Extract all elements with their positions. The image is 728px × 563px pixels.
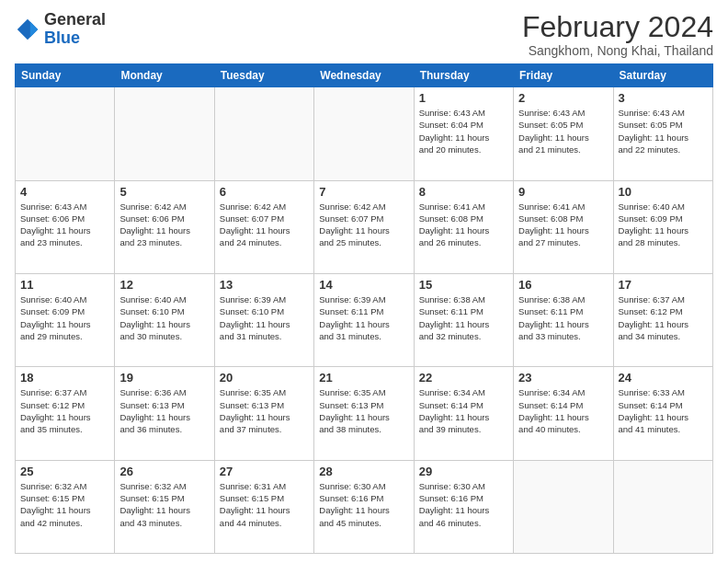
calendar-cell: 27Sunrise: 6:31 AM Sunset: 6:15 PM Dayli…: [214, 460, 313, 553]
calendar-cell: 14Sunrise: 6:39 AM Sunset: 6:11 PM Dayli…: [314, 273, 414, 366]
day-info: Sunrise: 6:39 AM Sunset: 6:11 PM Dayligh…: [319, 293, 408, 342]
day-number: 1: [419, 91, 508, 105]
day-info: Sunrise: 6:41 AM Sunset: 6:08 PM Dayligh…: [419, 201, 508, 249]
calendar-cell: [613, 460, 712, 553]
header-row: Sunday Monday Tuesday Wednesday Thursday…: [16, 64, 713, 87]
logo-text: General Blue: [44, 11, 106, 48]
day-info: Sunrise: 6:35 AM Sunset: 6:13 PM Dayligh…: [220, 386, 309, 435]
calendar-cell: 10Sunrise: 6:40 AM Sunset: 6:09 PM Dayli…: [613, 180, 712, 273]
day-info: Sunrise: 6:38 AM Sunset: 6:11 PM Dayligh…: [419, 293, 508, 342]
day-number: 5: [119, 185, 209, 199]
day-number: 20: [220, 371, 309, 385]
day-info: Sunrise: 6:34 AM Sunset: 6:14 PM Dayligh…: [419, 386, 508, 435]
calendar-cell: 1Sunrise: 6:43 AM Sunset: 6:04 PM Daylig…: [414, 87, 513, 180]
day-info: Sunrise: 6:37 AM Sunset: 6:12 PM Dayligh…: [20, 386, 109, 435]
calendar-cell: 23Sunrise: 6:34 AM Sunset: 6:14 PM Dayli…: [514, 367, 613, 460]
day-info: Sunrise: 6:32 AM Sunset: 6:15 PM Dayligh…: [20, 480, 109, 529]
day-info: Sunrise: 6:30 AM Sunset: 6:16 PM Dayligh…: [319, 480, 408, 529]
day-info: Sunrise: 6:37 AM Sunset: 6:12 PM Dayligh…: [619, 293, 708, 342]
calendar-cell: 28Sunrise: 6:30 AM Sunset: 6:16 PM Dayli…: [314, 460, 414, 553]
day-number: 22: [419, 371, 508, 385]
calendar-cell: 2Sunrise: 6:43 AM Sunset: 6:05 PM Daylig…: [514, 87, 613, 180]
day-info: Sunrise: 6:43 AM Sunset: 6:06 PM Dayligh…: [20, 201, 109, 249]
calendar-cell: 9Sunrise: 6:41 AM Sunset: 6:08 PM Daylig…: [514, 180, 613, 273]
day-number: 12: [119, 278, 209, 292]
col-sunday: Sunday: [16, 64, 115, 87]
day-number: 15: [419, 278, 508, 292]
day-number: 16: [518, 278, 608, 292]
logo-icon: [15, 17, 40, 42]
day-number: 26: [119, 465, 209, 478]
day-info: Sunrise: 6:36 AM Sunset: 6:13 PM Dayligh…: [119, 386, 209, 435]
day-number: 17: [619, 278, 708, 292]
day-info: Sunrise: 6:33 AM Sunset: 6:14 PM Dayligh…: [619, 386, 708, 435]
logo: General Blue: [15, 11, 106, 48]
day-info: Sunrise: 6:43 AM Sunset: 6:04 PM Dayligh…: [419, 107, 508, 155]
day-number: 24: [619, 371, 708, 385]
calendar-cell: 24Sunrise: 6:33 AM Sunset: 6:14 PM Dayli…: [613, 367, 712, 460]
col-monday: Monday: [115, 64, 214, 87]
calendar-cell: 8Sunrise: 6:41 AM Sunset: 6:08 PM Daylig…: [414, 180, 513, 273]
calendar-cell: [16, 87, 115, 180]
day-info: Sunrise: 6:39 AM Sunset: 6:10 PM Dayligh…: [220, 293, 309, 342]
day-info: Sunrise: 6:41 AM Sunset: 6:08 PM Dayligh…: [518, 201, 608, 249]
day-info: Sunrise: 6:42 AM Sunset: 6:07 PM Dayligh…: [220, 201, 309, 249]
day-number: 8: [419, 185, 508, 199]
day-number: 21: [319, 371, 408, 385]
calendar-cell: [314, 87, 414, 180]
day-info: Sunrise: 6:32 AM Sunset: 6:15 PM Dayligh…: [119, 480, 209, 529]
calendar-cell: 18Sunrise: 6:37 AM Sunset: 6:12 PM Dayli…: [16, 367, 115, 460]
day-info: Sunrise: 6:34 AM Sunset: 6:14 PM Dayligh…: [518, 386, 608, 435]
title-area: February 2024 Sangkhom, Nong Khai, Thail…: [522, 11, 713, 58]
col-wednesday: Wednesday: [314, 64, 414, 87]
day-number: 25: [20, 465, 109, 478]
calendar-cell: [214, 87, 313, 180]
col-friday: Friday: [514, 64, 613, 87]
page: General Blue February 2024 Sangkhom, Non…: [0, 0, 728, 563]
calendar-cell: 22Sunrise: 6:34 AM Sunset: 6:14 PM Dayli…: [414, 367, 513, 460]
day-info: Sunrise: 6:31 AM Sunset: 6:15 PM Dayligh…: [220, 480, 309, 529]
calendar-cell: [514, 460, 613, 553]
day-number: 7: [319, 185, 408, 199]
calendar-cell: 11Sunrise: 6:40 AM Sunset: 6:09 PM Dayli…: [16, 273, 115, 366]
day-info: Sunrise: 6:40 AM Sunset: 6:10 PM Dayligh…: [119, 293, 209, 342]
col-tuesday: Tuesday: [214, 64, 313, 87]
day-number: 23: [518, 371, 608, 385]
week-row-5: 25Sunrise: 6:32 AM Sunset: 6:15 PM Dayli…: [16, 460, 713, 553]
calendar-cell: 7Sunrise: 6:42 AM Sunset: 6:07 PM Daylig…: [314, 180, 414, 273]
day-number: 10: [619, 185, 708, 199]
day-number: 28: [319, 465, 408, 478]
calendar-cell: 13Sunrise: 6:39 AM Sunset: 6:10 PM Dayli…: [214, 273, 313, 366]
header: General Blue February 2024 Sangkhom, Non…: [15, 11, 713, 58]
day-number: 2: [518, 91, 608, 105]
day-number: 4: [20, 185, 109, 199]
calendar-cell: 26Sunrise: 6:32 AM Sunset: 6:15 PM Dayli…: [115, 460, 214, 553]
calendar-cell: 12Sunrise: 6:40 AM Sunset: 6:10 PM Dayli…: [115, 273, 214, 366]
day-number: 6: [220, 185, 309, 199]
day-info: Sunrise: 6:35 AM Sunset: 6:13 PM Dayligh…: [319, 386, 408, 435]
day-number: 14: [319, 278, 408, 292]
day-number: 18: [20, 371, 109, 385]
day-number: 9: [518, 185, 608, 199]
day-info: Sunrise: 6:30 AM Sunset: 6:16 PM Dayligh…: [419, 480, 508, 529]
week-row-1: 1Sunrise: 6:43 AM Sunset: 6:04 PM Daylig…: [16, 87, 713, 180]
calendar-table: Sunday Monday Tuesday Wednesday Thursday…: [15, 63, 713, 554]
day-info: Sunrise: 6:43 AM Sunset: 6:05 PM Dayligh…: [619, 107, 708, 155]
calendar-cell: 6Sunrise: 6:42 AM Sunset: 6:07 PM Daylig…: [214, 180, 313, 273]
day-number: 19: [119, 371, 209, 385]
day-info: Sunrise: 6:38 AM Sunset: 6:11 PM Dayligh…: [518, 293, 608, 342]
calendar-cell: 20Sunrise: 6:35 AM Sunset: 6:13 PM Dayli…: [214, 367, 313, 460]
subtitle: Sangkhom, Nong Khai, Thailand: [522, 43, 713, 58]
col-thursday: Thursday: [414, 64, 513, 87]
day-info: Sunrise: 6:42 AM Sunset: 6:07 PM Dayligh…: [319, 201, 408, 249]
calendar-cell: 15Sunrise: 6:38 AM Sunset: 6:11 PM Dayli…: [414, 273, 513, 366]
day-info: Sunrise: 6:40 AM Sunset: 6:09 PM Dayligh…: [619, 201, 708, 249]
day-info: Sunrise: 6:43 AM Sunset: 6:05 PM Dayligh…: [518, 107, 608, 155]
calendar-cell: 5Sunrise: 6:42 AM Sunset: 6:06 PM Daylig…: [115, 180, 214, 273]
svg-marker-1: [30, 21, 38, 37]
day-number: 3: [619, 91, 708, 105]
calendar-cell: 19Sunrise: 6:36 AM Sunset: 6:13 PM Dayli…: [115, 367, 214, 460]
calendar-cell: 3Sunrise: 6:43 AM Sunset: 6:05 PM Daylig…: [613, 87, 712, 180]
day-number: 29: [419, 465, 508, 478]
week-row-3: 11Sunrise: 6:40 AM Sunset: 6:09 PM Dayli…: [16, 273, 713, 366]
